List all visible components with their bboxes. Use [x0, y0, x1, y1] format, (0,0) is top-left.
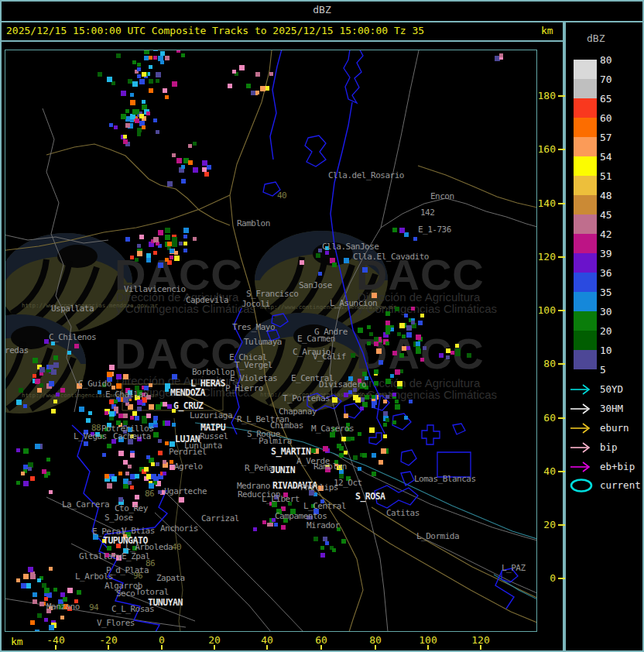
dbz-scale-value: 39 [600, 248, 628, 259]
radar-echo-cell [16, 448, 20, 452]
radar-echo-cell [344, 258, 349, 263]
radar-echo-cell [406, 346, 410, 350]
radar-echo-cell [165, 228, 170, 233]
radar-echo-cell [165, 95, 169, 99]
dbz-scale-value: 60 [600, 112, 628, 124]
lake-outline [401, 450, 416, 465]
radar-echo-cell [183, 228, 189, 233]
radar-echo-cell [495, 56, 500, 61]
radar-echo-cell [183, 235, 187, 238]
radar-echo-cell [183, 249, 187, 252]
radar-echo-cell [420, 314, 424, 317]
radar-echo-cell [30, 476, 35, 481]
radar-echo-cell [125, 237, 130, 242]
radar-echo-cell [114, 400, 118, 403]
right-axis-tick [558, 310, 565, 311]
bottom-axis-tick [375, 645, 376, 650]
radar-echo-cell [16, 481, 20, 485]
city-label: Mirador [307, 520, 341, 530]
radar-echo-cell [344, 414, 348, 418]
radar-echo-cell [125, 123, 130, 128]
radar-echo-cell [358, 432, 361, 436]
bottom-axis-tick-label: -40 [40, 634, 71, 646]
radar-echo-cell [392, 393, 396, 396]
city-label: Manzano [46, 602, 80, 612]
radar-echo-cell [123, 139, 128, 144]
radar-echo-cell [84, 441, 88, 446]
bottom-axis-tick-label: 40 [252, 634, 283, 646]
radar-echo-cell [176, 158, 182, 163]
radar-echo-cell [23, 404, 27, 408]
dbz-scale-value: 54 [600, 151, 628, 163]
radar-echo-cell [107, 372, 112, 377]
city-label: S_Francisco [246, 289, 298, 299]
radar-echo-cell [251, 91, 255, 95]
radar-echo-cell [163, 460, 166, 464]
dbz-scale-block [574, 214, 597, 234]
radar-echo-cell [165, 388, 169, 392]
city-label: M_Caseros [311, 424, 354, 434]
dbz-scale-value: 5 [600, 364, 628, 376]
radar-echo-cell [109, 365, 115, 370]
radar-echo-cell [320, 553, 325, 558]
radar-echo-cell [125, 109, 129, 113]
radar-echo-cell [149, 79, 153, 84]
dbz-scale-block [574, 331, 597, 350]
dbz-scale-block [574, 311, 597, 331]
radar-echo-cell [450, 351, 454, 355]
radar-echo-cell [37, 388, 42, 393]
right-axis-tick [558, 524, 565, 526]
dbz-scale-value: 36 [600, 267, 628, 279]
radar-echo-cell [232, 70, 236, 74]
radar-echo-cell [104, 411, 108, 415]
radar-echo-cell [446, 348, 450, 353]
radar-echo-cell [121, 91, 126, 96]
radar-echo-cell [28, 567, 33, 572]
track-arrow-icon [569, 402, 595, 416]
dbz-scale-block [574, 137, 597, 156]
city-label: SanJose [299, 280, 332, 290]
radar-echo-cell [16, 578, 20, 582]
bottom-axis-tick [161, 645, 163, 650]
radar-echo-cell [372, 453, 376, 458]
radar-map: DACCDirección de Agriculturay Contingenc… [5, 50, 536, 631]
radar-echo-cell [383, 434, 387, 438]
right-axis-tick-label: 20 [536, 519, 556, 530]
radar-echo-cell [130, 100, 135, 105]
radar-echo-cell [49, 567, 53, 571]
radar-echo-cell [385, 341, 389, 345]
radar-echo-cell [362, 372, 367, 376]
radar-echo-cell [98, 390, 101, 394]
dbz-scale-value: 42 [600, 228, 628, 240]
radar-echo-cell [146, 258, 151, 263]
bottom-axis-tick [480, 645, 481, 650]
radar-echo-cell [130, 474, 135, 479]
radar-echo-cell [156, 462, 159, 466]
radar-echo-cell [156, 130, 159, 134]
radar-echo-cell [153, 50, 158, 51]
radar-echo-cell [33, 374, 36, 378]
radar-echo-cell [88, 411, 92, 415]
radar-echo-cell [137, 67, 141, 71]
radar-echo-cell [397, 381, 402, 386]
radar-echo-cell [255, 72, 260, 77]
right-axis-tick [558, 578, 565, 579]
radar-echo-cell [132, 109, 138, 115]
city-label: E_Carmen [297, 334, 335, 344]
radar-echo-cell [130, 114, 135, 119]
city-label: aredas [5, 345, 29, 355]
radar-echo-cell [167, 181, 173, 187]
radar-echo-cell [46, 592, 52, 598]
radar-echo-cell [109, 400, 114, 404]
radar-echo-cell [35, 379, 40, 384]
boundary-line [381, 50, 420, 228]
radar-echo-cell [372, 395, 375, 399]
city-label: Clla.del_Rosario [328, 170, 404, 180]
city-label: Tulumaya [244, 337, 282, 347]
right-axis-tick-label: 120 [536, 251, 556, 263]
city-label: Clla.SanJose [322, 242, 379, 252]
radar-echo-cell [344, 451, 348, 455]
radar-echo-cell [153, 118, 157, 122]
radar-echo-cell [399, 353, 404, 358]
radar-echo-cell [67, 351, 71, 355]
